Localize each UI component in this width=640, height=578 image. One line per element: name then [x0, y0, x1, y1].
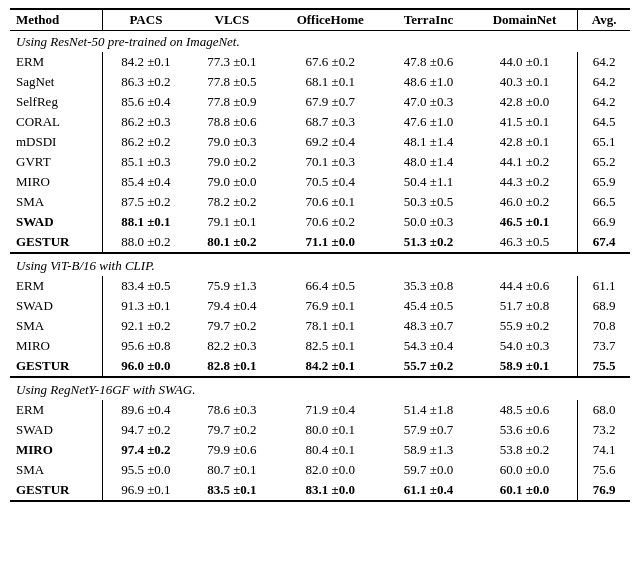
table-cell: 84.2 ±0.1 — [102, 52, 189, 72]
table-cell: 78.2 ±0.2 — [189, 192, 275, 212]
table-cell: 54.3 ±0.4 — [386, 336, 472, 356]
table-cell: 70.6 ±0.2 — [275, 212, 386, 232]
table-cell: 44.1 ±0.2 — [471, 152, 577, 172]
method-cell: MIRO — [10, 336, 102, 356]
table-cell: 73.2 — [578, 420, 630, 440]
section-label: Using ResNet-50 pre-trained on ImageNet. — [10, 31, 630, 53]
method-cell: mDSDI — [10, 132, 102, 152]
table-cell: 83.5 ±0.1 — [189, 480, 275, 501]
table-cell: 46.3 ±0.5 — [471, 232, 577, 253]
table-row: ERM89.6 ±0.478.6 ±0.371.9 ±0.451.4 ±1.84… — [10, 400, 630, 420]
table-cell: 79.1 ±0.1 — [189, 212, 275, 232]
table-row: SWAD91.3 ±0.179.4 ±0.476.9 ±0.145.4 ±0.5… — [10, 296, 630, 316]
table-cell: 53.8 ±0.2 — [471, 440, 577, 460]
table-cell: 83.4 ±0.5 — [102, 276, 189, 296]
table-cell: 82.8 ±0.1 — [189, 356, 275, 377]
table-cell: 87.5 ±0.2 — [102, 192, 189, 212]
table-cell: 69.2 ±0.4 — [275, 132, 386, 152]
table-cell: 85.6 ±0.4 — [102, 92, 189, 112]
table-cell: 48.3 ±0.7 — [386, 316, 472, 336]
method-cell: SagNet — [10, 72, 102, 92]
table-cell: 55.7 ±0.2 — [386, 356, 472, 377]
col-method: Method — [10, 9, 102, 31]
section-label: Using RegNetY-16GF with SWAG. — [10, 377, 630, 400]
table-cell: 40.3 ±0.1 — [471, 72, 577, 92]
table-cell: 68.0 — [578, 400, 630, 420]
table-cell: 47.0 ±0.3 — [386, 92, 472, 112]
table-cell: 78.1 ±0.1 — [275, 316, 386, 336]
table-cell: 48.6 ±1.0 — [386, 72, 472, 92]
table-cell: 51.4 ±1.8 — [386, 400, 472, 420]
method-cell: GESTUR — [10, 480, 102, 501]
table-cell: 95.5 ±0.0 — [102, 460, 189, 480]
table-cell: 45.4 ±0.5 — [386, 296, 472, 316]
table-cell: 96.9 ±0.1 — [102, 480, 189, 501]
table-cell: 58.9 ±1.3 — [386, 440, 472, 460]
table-cell: 44.3 ±0.2 — [471, 172, 577, 192]
table-cell: 42.8 ±0.0 — [471, 92, 577, 112]
table-row: mDSDI86.2 ±0.279.0 ±0.369.2 ±0.448.1 ±1.… — [10, 132, 630, 152]
section-header-row: Using ResNet-50 pre-trained on ImageNet. — [10, 31, 630, 53]
method-cell: ERM — [10, 400, 102, 420]
table-row: GESTUR96.0 ±0.082.8 ±0.184.2 ±0.155.7 ±0… — [10, 356, 630, 377]
table-cell: 96.0 ±0.0 — [102, 356, 189, 377]
method-cell: SWAD — [10, 212, 102, 232]
table-cell: 86.2 ±0.2 — [102, 132, 189, 152]
method-cell: SMA — [10, 192, 102, 212]
table-cell: 66.9 — [578, 212, 630, 232]
table-cell: 60.0 ±0.0 — [471, 460, 577, 480]
method-cell: SWAD — [10, 420, 102, 440]
table-cell: 82.0 ±0.0 — [275, 460, 386, 480]
table-cell: 59.7 ±0.0 — [386, 460, 472, 480]
method-cell: MIRO — [10, 440, 102, 460]
table-cell: 74.1 — [578, 440, 630, 460]
table-cell: 73.7 — [578, 336, 630, 356]
table-cell: 50.4 ±1.1 — [386, 172, 472, 192]
method-cell: ERM — [10, 276, 102, 296]
table-row: SWAD94.7 ±0.279.7 ±0.280.0 ±0.157.9 ±0.7… — [10, 420, 630, 440]
method-cell: MIRO — [10, 172, 102, 192]
table-cell: 46.5 ±0.1 — [471, 212, 577, 232]
table-cell: 54.0 ±0.3 — [471, 336, 577, 356]
table-cell: 58.9 ±0.1 — [471, 356, 577, 377]
table-cell: 64.2 — [578, 72, 630, 92]
table-cell: 65.1 — [578, 132, 630, 152]
table-cell: 53.6 ±0.6 — [471, 420, 577, 440]
method-cell: SWAD — [10, 296, 102, 316]
col-terrainc: TerraInc — [386, 9, 472, 31]
table-cell: 85.1 ±0.3 — [102, 152, 189, 172]
table-cell: 92.1 ±0.2 — [102, 316, 189, 336]
table-cell: 50.0 ±0.3 — [386, 212, 472, 232]
table-row: SMA92.1 ±0.279.7 ±0.278.1 ±0.148.3 ±0.75… — [10, 316, 630, 336]
table-cell: 48.0 ±1.4 — [386, 152, 472, 172]
table-cell: 64.5 — [578, 112, 630, 132]
col-vlcs: VLCS — [189, 9, 275, 31]
table-cell: 66.5 — [578, 192, 630, 212]
table-cell: 79.0 ±0.3 — [189, 132, 275, 152]
table-cell: 70.8 — [578, 316, 630, 336]
section-header-row: Using ViT-B/16 with CLIP. — [10, 253, 630, 276]
table-cell: 77.3 ±0.1 — [189, 52, 275, 72]
table-cell: 75.9 ±1.3 — [189, 276, 275, 296]
table-cell: 94.7 ±0.2 — [102, 420, 189, 440]
table-cell: 79.0 ±0.2 — [189, 152, 275, 172]
table-row: MIRO95.6 ±0.882.2 ±0.382.5 ±0.154.3 ±0.4… — [10, 336, 630, 356]
table-row: GESTUR96.9 ±0.183.5 ±0.183.1 ±0.061.1 ±0… — [10, 480, 630, 501]
table-cell: 80.7 ±0.1 — [189, 460, 275, 480]
table-cell: 67.4 — [578, 232, 630, 253]
table-cell: 60.1 ±0.0 — [471, 480, 577, 501]
table-cell: 51.3 ±0.2 — [386, 232, 472, 253]
table-cell: 67.6 ±0.2 — [275, 52, 386, 72]
section-header-row: Using RegNetY-16GF with SWAG. — [10, 377, 630, 400]
table-cell: 64.2 — [578, 52, 630, 72]
table-row: MIRO85.4 ±0.479.0 ±0.070.5 ±0.450.4 ±1.1… — [10, 172, 630, 192]
table-cell: 47.8 ±0.6 — [386, 52, 472, 72]
table-cell: 44.4 ±0.6 — [471, 276, 577, 296]
method-cell: SelfReg — [10, 92, 102, 112]
table-row: GVRT85.1 ±0.379.0 ±0.270.1 ±0.348.0 ±1.4… — [10, 152, 630, 172]
table-cell: 78.6 ±0.3 — [189, 400, 275, 420]
table-cell: 51.7 ±0.8 — [471, 296, 577, 316]
table-cell: 70.1 ±0.3 — [275, 152, 386, 172]
table-cell: 68.1 ±0.1 — [275, 72, 386, 92]
method-cell: ERM — [10, 52, 102, 72]
